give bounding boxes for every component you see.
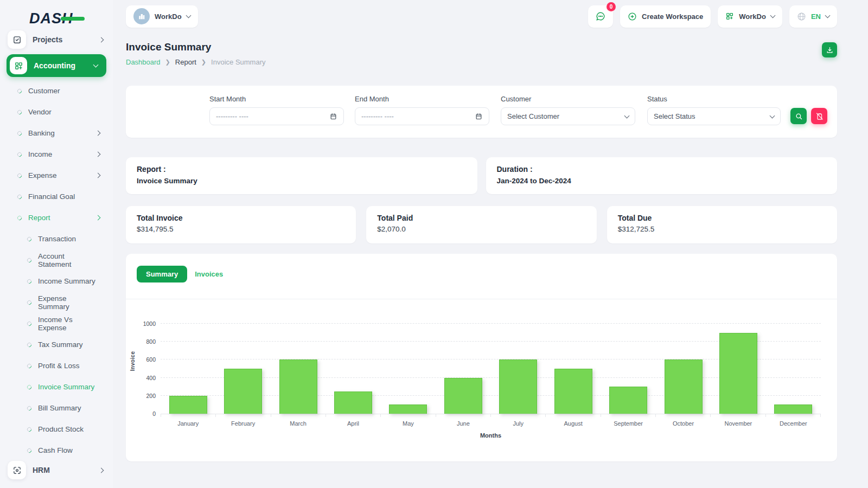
sidebar-item-transaction[interactable]: Transaction [0, 228, 113, 249]
x-tick [711, 414, 765, 417]
chevron-down-icon [770, 113, 775, 118]
customer-select[interactable]: Select Customer [501, 107, 635, 125]
breadcrumb-dashboard[interactable]: Dashboard [126, 58, 161, 66]
app-logo[interactable]: DASH [0, 0, 113, 28]
bar-march[interactable] [279, 359, 317, 414]
x-label-november: November [711, 420, 765, 427]
bar-july[interactable] [499, 359, 537, 414]
sidebar-item-profit-loss[interactable]: Profit & Loss [0, 355, 113, 376]
workspace-switcher[interactable]: WorkDo [718, 5, 782, 28]
bar-january[interactable] [169, 396, 207, 414]
sidebar-item-label: Financial Goal [28, 192, 100, 201]
bullet-icon [16, 130, 22, 136]
sidebar-item-customer[interactable]: Customer [0, 80, 113, 101]
sidebar-item-expense-summary[interactable]: Expense Summary [0, 292, 113, 313]
page-title: Invoice Summary [126, 41, 266, 53]
start-month-input[interactable]: --------- ---- [209, 107, 344, 125]
calendar-icon [329, 112, 337, 120]
sidebar-item-income-vs-expense[interactable]: Income Vs Expense [0, 313, 113, 334]
download-button[interactable] [822, 42, 837, 57]
breadcrumb-report[interactable]: Report [175, 58, 196, 66]
sidebar-item-vendor[interactable]: Vendor [0, 101, 113, 123]
x-label-august: August [546, 420, 601, 427]
create-workspace-button[interactable]: Create Workspace [620, 5, 711, 28]
chevron-down-icon [770, 13, 775, 18]
sidebar-item-income-summary[interactable]: Income Summary [0, 271, 113, 292]
chevron-down-icon [93, 62, 99, 68]
sidebar-item-product-stock[interactable]: Product Stock [0, 419, 113, 440]
end-month-field: End Month --------- ---- [355, 95, 489, 125]
bar-slot [601, 308, 655, 414]
logo-dash-icon [61, 17, 85, 21]
x-label-april: April [326, 420, 380, 427]
sidebar-item-financial-goal[interactable]: Financial Goal [0, 186, 113, 207]
x-tick [326, 414, 381, 417]
status-field: Status Select Status [647, 95, 781, 125]
x-tick [271, 414, 326, 417]
sidebar-item-cash-flow[interactable]: Cash Flow [0, 440, 113, 461]
page-header: Invoice Summary Dashboard❯Report❯Invoice… [126, 41, 837, 66]
report-info-row: Report : Invoice Summary Duration : Jan-… [126, 157, 837, 194]
bar-april[interactable] [334, 391, 372, 414]
sidebar-item-expense[interactable]: Expense [0, 165, 113, 186]
sidebar-item-hrm[interactable]: HRM [0, 461, 113, 479]
x-tick [656, 414, 711, 417]
sidebar-item-report[interactable]: Report [0, 207, 113, 228]
bullet-icon [26, 363, 32, 369]
sidebar-item-account-statement[interactable]: Account Statement [0, 249, 113, 271]
x-label-july: July [491, 420, 546, 427]
total-value: $312,725.5 [618, 225, 826, 233]
x-label-september: September [601, 420, 655, 427]
bar-november[interactable] [719, 333, 757, 414]
sidebar-item-bill-summary[interactable]: Bill Summary [0, 397, 113, 419]
sidebar-item-invoice-summary[interactable]: Invoice Summary [0, 376, 113, 397]
tab-invoices[interactable]: Invoices [195, 270, 223, 278]
sidebar-item-projects[interactable]: Projects [0, 30, 113, 49]
apply-filter-button[interactable] [790, 108, 807, 124]
bullet-icon [16, 194, 22, 200]
bar-february[interactable] [224, 369, 262, 414]
chevron-right-icon [95, 215, 101, 221]
status-select[interactable]: Select Status [647, 107, 781, 125]
sidebar-item-label: Report [28, 214, 96, 222]
start-month-field: Start Month --------- ---- [209, 95, 344, 125]
bar-slot [766, 308, 821, 414]
bar-june[interactable] [444, 378, 482, 414]
totals-row: Total Invoice$314,795.5Total Paid$2,070.… [126, 206, 837, 243]
bar-slot [326, 308, 380, 414]
bar-slot [271, 308, 326, 414]
y-tick-label: 0 [152, 410, 156, 417]
bar-slot [161, 308, 215, 414]
bar-august[interactable] [554, 369, 592, 414]
messages-button[interactable]: 0 [588, 5, 613, 28]
sidebar-item-label: Invoice Summary [38, 383, 100, 391]
sidebar-item-income[interactable]: Income [0, 144, 113, 165]
bar-october[interactable] [665, 359, 703, 414]
end-month-input[interactable]: --------- ---- [355, 107, 489, 125]
sidebar-item-label: Banking [28, 129, 96, 137]
sidebar-item-label: Expense [28, 171, 96, 179]
bar-december[interactable] [774, 404, 812, 414]
sidebar-item-label: Expense Summary [38, 294, 100, 311]
chevron-right-icon [99, 37, 104, 42]
sidebar-item-label: Customer [28, 87, 100, 95]
x-label-december: December [766, 420, 821, 427]
workspace-switcher-label: WorkDo [739, 12, 766, 21]
sidebar-item-accounting[interactable]: Accounting [7, 54, 106, 77]
topbar-actions: 0 Create Workspace WorkDo EN [588, 5, 837, 28]
bar-september[interactable] [609, 387, 647, 414]
chevron-down-icon [624, 113, 630, 118]
x-tick [766, 414, 821, 417]
sidebar-item-tax-summary[interactable]: Tax Summary [0, 334, 113, 355]
x-label-january: January [161, 420, 215, 427]
reset-filter-button[interactable] [811, 108, 827, 124]
bullet-icon [16, 109, 22, 115]
sidebar-item-banking[interactable]: Banking [0, 123, 113, 144]
y-tick-label: 200 [146, 393, 156, 399]
sidebar-item-label: Projects [33, 35, 99, 44]
status-selected-value: Select Status [654, 112, 695, 120]
language-selector[interactable]: EN [789, 5, 837, 28]
tab-summary[interactable]: Summary [137, 266, 187, 282]
workspace-selector[interactable]: WorkDo [126, 5, 198, 28]
bar-may[interactable] [389, 404, 427, 414]
